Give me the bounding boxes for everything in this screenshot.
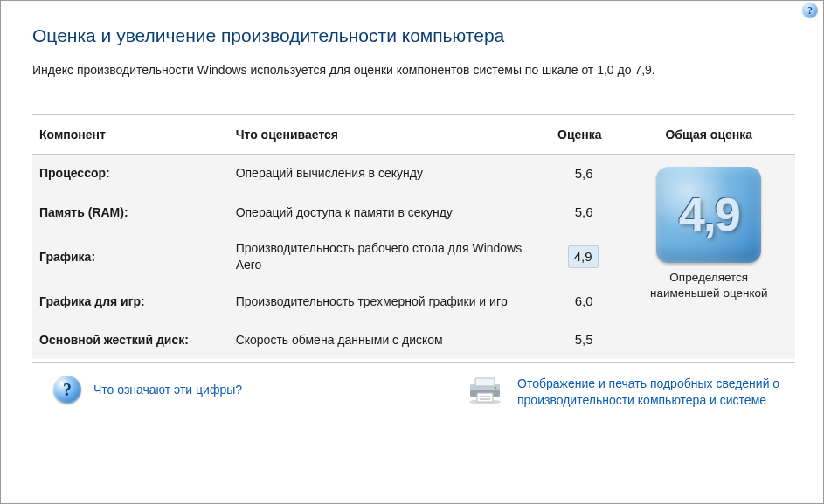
component-desc: Производительность рабочего стола для Wi… (229, 231, 544, 282)
content-area: Оценка и увеличение производительности к… (1, 1, 823, 409)
component-desc: Скорость обмена данными с диском (229, 321, 544, 359)
component-score: 6,0 (544, 282, 623, 321)
component-name: Графика: (32, 231, 229, 282)
col-header-total: Общая оценка (623, 117, 795, 155)
help-orb-icon[interactable]: ? (53, 376, 81, 404)
base-score-badge: 4,9 (656, 167, 761, 263)
base-score-value: 4,9 (679, 183, 739, 246)
wei-window: ? Оценка и увеличение производительности… (0, 0, 824, 504)
component-name: Процессор: (32, 154, 229, 193)
printer-icon (465, 376, 505, 405)
print-details-link[interactable]: Отображение и печать подробных сведений … (517, 376, 788, 409)
what-numbers-link[interactable]: Что означают эти цифры? (93, 382, 242, 398)
component-desc: Операций вычисления в секунду (229, 154, 544, 193)
help-icon[interactable]: ? (802, 3, 818, 18)
component-name: Графика для игр: (32, 282, 229, 321)
page-description: Индекс производительности Windows исполь… (32, 62, 793, 79)
svg-point-7 (495, 387, 497, 390)
page-title: Оценка и увеличение производительности к… (32, 25, 795, 46)
table-row: Процессор: Операций вычисления в секунду… (32, 154, 795, 193)
component-desc: Операций доступа к памяти в секунду (229, 193, 544, 231)
component-desc: Производительность трехмерной графики и … (229, 282, 544, 321)
component-name: Память (RAM): (32, 193, 229, 231)
base-score-caption: Определяется наименьшей оценкой (643, 270, 774, 301)
component-name: Основной жесткий диск: (32, 321, 229, 359)
base-score-cell: 4,9 Определяется наименьшей оценкой (623, 154, 795, 359)
performance-table: Компонент Что оценивается Оценка Общая о… (32, 117, 795, 360)
component-score: 5,5 (544, 321, 623, 359)
col-header-description: Что оценивается (229, 117, 544, 155)
svg-rect-3 (475, 378, 495, 386)
footer-left: ? Что означают эти цифры? (53, 376, 242, 404)
component-score: 5,6 (544, 154, 623, 193)
svg-rect-4 (477, 393, 493, 402)
footer-right: Отображение и печать подробных сведений … (465, 376, 788, 409)
component-score: 5,6 (544, 193, 623, 231)
col-header-component: Компонент (32, 117, 229, 155)
col-header-score: Оценка (544, 117, 623, 155)
divider (32, 114, 795, 115)
component-score: 4,9 (544, 231, 623, 282)
footer-links: ? Что означают эти цифры? (32, 362, 795, 409)
